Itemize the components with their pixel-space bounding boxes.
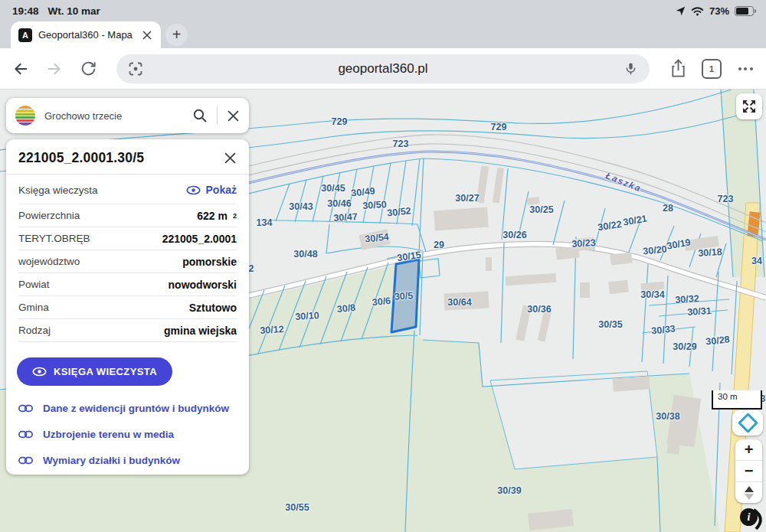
eye-icon [186,185,201,195]
info-row-label: Gmina [18,302,49,313]
locate-button[interactable] [732,410,763,436]
browser-tab[interactable]: A Geoportal360 - Mapa In [11,21,161,48]
url-text[interactable]: geoportal360.pl [146,61,620,77]
divider [217,106,218,125]
info-row-label: Powiat [18,279,50,290]
new-tab-button[interactable]: + [165,24,188,46]
browser-toolbar: geoportal360.pl 1 [0,48,766,90]
info-row-value: pomorskie [182,256,237,268]
panel-link[interactable]: Dane z ewidencji gruntów i budynków [18,395,237,421]
link-icon [18,404,33,413]
parcel-info-panel: 221005_2.0001.30/5 Księga wieczysta Poka… [6,139,249,475]
link-icon [18,430,33,439]
info-button[interactable]: i [740,508,758,526]
zoom-control: + − [735,439,762,503]
tab-switcher-button[interactable]: 1 [702,59,722,79]
info-row-value: Sztutowo [189,302,237,314]
info-row-value: nowodworski [169,279,237,291]
ksiega-wieczysta-button[interactable]: KSIĘGA WIECZYSTA [17,357,172,386]
info-row-value: 622 m2 [197,210,237,222]
info-row-value: gmina wiejska [164,325,237,337]
info-row: Powiat nowodworski [18,273,237,296]
mic-icon[interactable] [620,59,640,79]
lens-icon[interactable] [126,59,146,79]
info-row: Księga wieczysta Pokaż [18,176,237,204]
reload-button[interactable] [78,59,98,79]
search-input[interactable]: Grochowo trzecie [44,110,183,122]
panel-link[interactable]: Uzbrojenie terenu w media [18,421,237,447]
selected-parcel-30-5[interactable] [391,259,419,332]
locate-icon [738,413,758,433]
eye-icon [32,367,47,377]
zoom-out-button[interactable]: − [735,461,762,482]
arrow-down-icon [745,494,754,500]
panel-close-icon[interactable] [224,152,237,165]
pan-arrows-button[interactable] [735,482,762,503]
favicon: A [18,28,32,42]
info-row-label: TERYT.OBRĘB [18,233,90,244]
parcel-id-title: 221005_2.0001.30/5 [18,150,144,166]
search-card[interactable]: Grochowo trzecie [6,98,249,133]
info-row-label: Rodzaj [18,325,51,336]
search-icon[interactable] [192,108,208,123]
panel-link[interactable]: Wymiary działki i budynków [18,447,237,473]
geoportal-logo-icon [15,106,35,126]
tab-close-icon[interactable] [141,29,153,41]
clock: 19:48 [12,5,39,17]
date: Wt. 10 mar [48,5,100,17]
battery-percent: 73% [709,5,729,17]
tab-title: Geoportal360 - Mapa In [38,29,135,41]
app: 19:48 Wt. 10 mar 73% A Geoportal360 - Ma… [0,0,766,532]
search-clear-icon[interactable] [227,109,240,122]
tab-strip: A Geoportal360 - Mapa In + [0,21,766,48]
forward-button[interactable] [44,59,64,79]
info-row: województwo pomorskie [18,250,237,273]
status-bar: 19:48 Wt. 10 mar 73% [0,0,766,21]
scale-label: 30 m [718,392,738,401]
address-bar[interactable]: geoportal360.pl [116,54,650,83]
fullscreen-button[interactable] [736,93,762,119]
info-rows: Księga wieczysta Pokaż Powierzchnia 622 … [18,176,237,342]
info-row-value: 221005_2.0001 [162,233,237,245]
menu-icon[interactable] [735,59,755,79]
info-row: TERYT.OBRĘB 221005_2.0001 [18,227,237,250]
back-button[interactable] [11,59,31,79]
info-row-label: Księga wieczysta [18,184,98,196]
link-icon [18,456,33,465]
info-row: Gmina Sztutowo [18,296,237,319]
show-link[interactable]: Pokaż [186,184,237,196]
battery-icon [735,6,754,16]
location-arrow-icon [676,6,686,16]
scale-bar: 30 m [712,390,762,410]
divider [6,174,249,175]
panel-links: Dane z ewidencji gruntów i budynków Uzbr… [18,395,237,473]
info-row-label: Powierzchnia [18,210,80,221]
info-row: Rodzaj gmina wiejska [18,319,237,342]
zoom-in-button[interactable]: + [735,439,762,461]
expand-icon [741,99,757,114]
share-icon[interactable] [668,59,688,79]
wifi-icon [691,6,704,16]
info-row-label: województwo [18,256,80,267]
arrow-up-icon [745,486,754,492]
info-row: Powierzchnia 622 m2 [18,204,237,227]
